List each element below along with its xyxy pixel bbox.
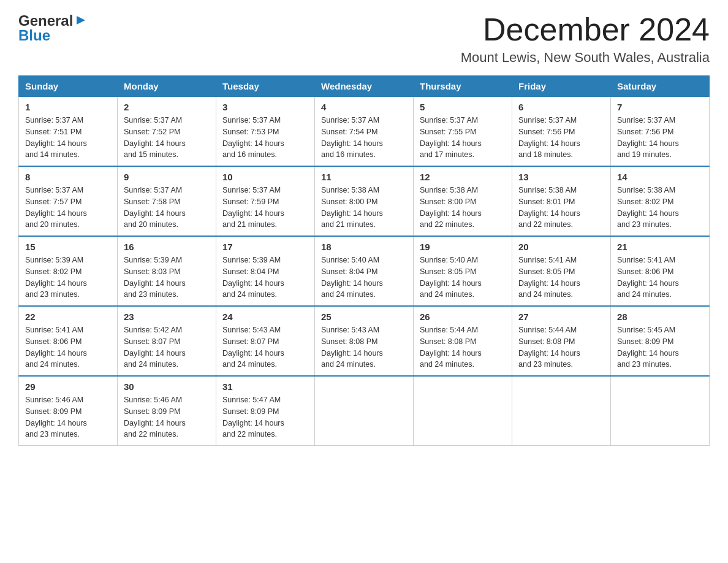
table-row: 7 Sunrise: 5:37 AM Sunset: 7:56 PM Dayli… xyxy=(611,97,710,167)
page-header: General Blue December 2024 Mount Lewis, … xyxy=(18,12,710,66)
table-row: 3 Sunrise: 5:37 AM Sunset: 7:53 PM Dayli… xyxy=(216,97,315,167)
calendar-header-row: Sunday Monday Tuesday Wednesday Thursday… xyxy=(19,76,710,97)
table-row xyxy=(315,376,414,446)
calendar-week-5: 29 Sunrise: 5:46 AM Sunset: 8:09 PM Dayl… xyxy=(19,376,710,446)
day-number: 17 xyxy=(222,242,308,252)
day-info: Sunrise: 5:40 AM Sunset: 8:04 PM Dayligh… xyxy=(321,255,407,301)
day-number: 30 xyxy=(124,381,210,392)
header-thursday: Thursday xyxy=(414,76,512,97)
calendar-week-2: 8 Sunrise: 5:37 AM Sunset: 7:57 PM Dayli… xyxy=(19,166,710,236)
day-number: 31 xyxy=(222,381,308,392)
day-info: Sunrise: 5:45 AM Sunset: 8:09 PM Dayligh… xyxy=(617,324,703,370)
calendar-week-3: 15 Sunrise: 5:39 AM Sunset: 8:02 PM Dayl… xyxy=(19,236,710,306)
header-friday: Friday xyxy=(512,76,611,97)
day-info: Sunrise: 5:37 AM Sunset: 7:57 PM Dayligh… xyxy=(25,185,111,231)
header-monday: Monday xyxy=(118,76,216,97)
day-info: Sunrise: 5:39 AM Sunset: 8:03 PM Dayligh… xyxy=(124,255,210,301)
table-row: 11 Sunrise: 5:38 AM Sunset: 8:00 PM Dayl… xyxy=(315,166,414,236)
table-row: 27 Sunrise: 5:44 AM Sunset: 8:08 PM Dayl… xyxy=(512,306,611,376)
day-info: Sunrise: 5:44 AM Sunset: 8:08 PM Dayligh… xyxy=(420,324,506,370)
day-number: 18 xyxy=(321,242,407,252)
day-number: 16 xyxy=(124,242,210,252)
header-tuesday: Tuesday xyxy=(216,76,315,97)
day-number: 15 xyxy=(25,242,111,252)
table-row: 10 Sunrise: 5:37 AM Sunset: 7:59 PM Dayl… xyxy=(216,166,315,236)
month-title: December 2024 xyxy=(461,12,710,47)
table-row: 9 Sunrise: 5:37 AM Sunset: 7:58 PM Dayli… xyxy=(118,166,216,236)
table-row: 20 Sunrise: 5:41 AM Sunset: 8:05 PM Dayl… xyxy=(512,236,611,306)
day-number: 28 xyxy=(617,312,703,322)
day-info: Sunrise: 5:42 AM Sunset: 8:07 PM Dayligh… xyxy=(124,324,210,370)
table-row: 19 Sunrise: 5:40 AM Sunset: 8:05 PM Dayl… xyxy=(414,236,512,306)
day-number: 11 xyxy=(321,172,407,182)
day-number: 2 xyxy=(124,102,210,112)
day-info: Sunrise: 5:43 AM Sunset: 8:08 PM Dayligh… xyxy=(321,324,407,370)
day-info: Sunrise: 5:37 AM Sunset: 7:52 PM Dayligh… xyxy=(124,115,210,161)
table-row: 5 Sunrise: 5:37 AM Sunset: 7:55 PM Dayli… xyxy=(414,97,512,167)
logo-blue-text: Blue xyxy=(18,27,50,44)
logo-arrow-icon xyxy=(74,13,88,27)
table-row: 28 Sunrise: 5:45 AM Sunset: 8:09 PM Dayl… xyxy=(611,306,710,376)
day-number: 8 xyxy=(25,172,111,182)
day-info: Sunrise: 5:37 AM Sunset: 7:58 PM Dayligh… xyxy=(124,185,210,231)
day-info: Sunrise: 5:37 AM Sunset: 7:55 PM Dayligh… xyxy=(420,115,506,161)
day-info: Sunrise: 5:37 AM Sunset: 7:59 PM Dayligh… xyxy=(222,185,308,231)
day-info: Sunrise: 5:41 AM Sunset: 8:06 PM Dayligh… xyxy=(617,255,703,301)
day-number: 3 xyxy=(222,102,308,112)
title-section: December 2024 Mount Lewis, New South Wal… xyxy=(461,12,710,66)
table-row: 12 Sunrise: 5:38 AM Sunset: 8:00 PM Dayl… xyxy=(414,166,512,236)
day-info: Sunrise: 5:39 AM Sunset: 8:02 PM Dayligh… xyxy=(25,255,111,301)
day-info: Sunrise: 5:38 AM Sunset: 8:00 PM Dayligh… xyxy=(420,185,506,231)
day-number: 21 xyxy=(617,242,703,252)
day-number: 6 xyxy=(518,102,604,112)
table-row: 29 Sunrise: 5:46 AM Sunset: 8:09 PM Dayl… xyxy=(19,376,118,446)
table-row: 31 Sunrise: 5:47 AM Sunset: 8:09 PM Dayl… xyxy=(216,376,315,446)
day-number: 25 xyxy=(321,312,407,322)
day-info: Sunrise: 5:37 AM Sunset: 7:56 PM Dayligh… xyxy=(617,115,703,161)
day-info: Sunrise: 5:46 AM Sunset: 8:09 PM Dayligh… xyxy=(124,394,210,440)
table-row: 8 Sunrise: 5:37 AM Sunset: 7:57 PM Dayli… xyxy=(19,166,118,236)
header-wednesday: Wednesday xyxy=(315,76,414,97)
day-number: 19 xyxy=(420,242,506,252)
day-info: Sunrise: 5:37 AM Sunset: 7:51 PM Dayligh… xyxy=(25,115,111,161)
day-number: 5 xyxy=(420,102,506,112)
day-info: Sunrise: 5:38 AM Sunset: 8:00 PM Dayligh… xyxy=(321,185,407,231)
calendar-table: Sunday Monday Tuesday Wednesday Thursday… xyxy=(18,75,710,446)
day-number: 9 xyxy=(124,172,210,182)
day-number: 22 xyxy=(25,312,111,322)
header-saturday: Saturday xyxy=(611,76,710,97)
day-number: 1 xyxy=(25,102,111,112)
header-sunday: Sunday xyxy=(19,76,118,97)
table-row: 26 Sunrise: 5:44 AM Sunset: 8:08 PM Dayl… xyxy=(414,306,512,376)
day-info: Sunrise: 5:47 AM Sunset: 8:09 PM Dayligh… xyxy=(222,394,308,440)
day-number: 27 xyxy=(518,312,604,322)
table-row: 17 Sunrise: 5:39 AM Sunset: 8:04 PM Dayl… xyxy=(216,236,315,306)
day-info: Sunrise: 5:39 AM Sunset: 8:04 PM Dayligh… xyxy=(222,255,308,301)
table-row xyxy=(512,376,611,446)
table-row: 14 Sunrise: 5:38 AM Sunset: 8:02 PM Dayl… xyxy=(611,166,710,236)
calendar-week-4: 22 Sunrise: 5:41 AM Sunset: 8:06 PM Dayl… xyxy=(19,306,710,376)
day-info: Sunrise: 5:41 AM Sunset: 8:05 PM Dayligh… xyxy=(518,255,604,301)
table-row: 2 Sunrise: 5:37 AM Sunset: 7:52 PM Dayli… xyxy=(118,97,216,167)
day-number: 13 xyxy=(518,172,604,182)
day-number: 24 xyxy=(222,312,308,322)
calendar-week-1: 1 Sunrise: 5:37 AM Sunset: 7:51 PM Dayli… xyxy=(19,97,710,167)
day-number: 4 xyxy=(321,102,407,112)
table-row: 24 Sunrise: 5:43 AM Sunset: 8:07 PM Dayl… xyxy=(216,306,315,376)
day-info: Sunrise: 5:38 AM Sunset: 8:02 PM Dayligh… xyxy=(617,185,703,231)
day-info: Sunrise: 5:38 AM Sunset: 8:01 PM Dayligh… xyxy=(518,185,604,231)
day-info: Sunrise: 5:41 AM Sunset: 8:06 PM Dayligh… xyxy=(25,324,111,370)
table-row: 4 Sunrise: 5:37 AM Sunset: 7:54 PM Dayli… xyxy=(315,97,414,167)
day-info: Sunrise: 5:37 AM Sunset: 7:54 PM Dayligh… xyxy=(321,115,407,161)
logo: General Blue xyxy=(18,12,88,44)
day-info: Sunrise: 5:46 AM Sunset: 8:09 PM Dayligh… xyxy=(25,394,111,440)
table-row: 25 Sunrise: 5:43 AM Sunset: 8:08 PM Dayl… xyxy=(315,306,414,376)
table-row: 22 Sunrise: 5:41 AM Sunset: 8:06 PM Dayl… xyxy=(19,306,118,376)
day-info: Sunrise: 5:43 AM Sunset: 8:07 PM Dayligh… xyxy=(222,324,308,370)
table-row: 23 Sunrise: 5:42 AM Sunset: 8:07 PM Dayl… xyxy=(118,306,216,376)
table-row: 21 Sunrise: 5:41 AM Sunset: 8:06 PM Dayl… xyxy=(611,236,710,306)
table-row: 15 Sunrise: 5:39 AM Sunset: 8:02 PM Dayl… xyxy=(19,236,118,306)
day-number: 26 xyxy=(420,312,506,322)
day-info: Sunrise: 5:40 AM Sunset: 8:05 PM Dayligh… xyxy=(420,255,506,301)
table-row: 30 Sunrise: 5:46 AM Sunset: 8:09 PM Dayl… xyxy=(118,376,216,446)
